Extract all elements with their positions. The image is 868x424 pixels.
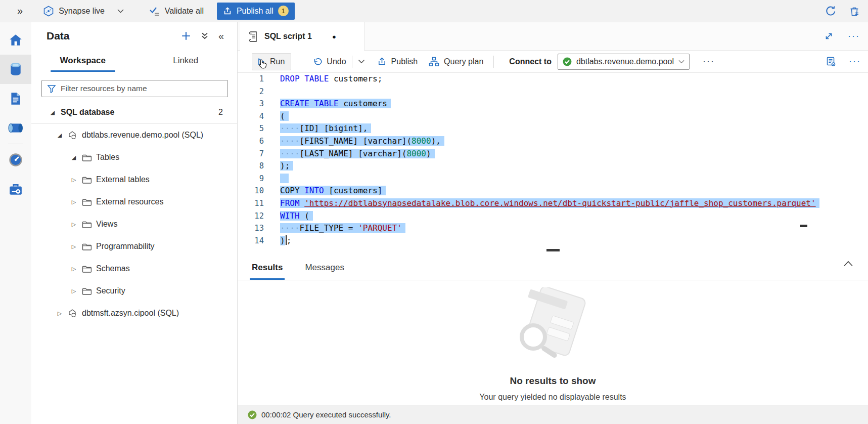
selection-highlight: ····FILE_TYPE = 'PARQUET' <box>280 223 405 233</box>
code-line-14[interactable]: 14); <box>238 235 868 247</box>
line-number: 9 <box>238 173 264 185</box>
tab-results[interactable]: Results <box>252 263 283 280</box>
publish-button[interactable]: Publish <box>377 57 418 66</box>
code-line-5[interactable]: 5····[ID] [bigint], <box>238 122 868 135</box>
code-line-6[interactable]: 6····[FIRST_NAME] [varchar](8000), <box>238 135 868 148</box>
empty-results-subtitle: Your query yielded no displayable result… <box>479 393 626 402</box>
tab-sql-script-1[interactable]: SQL script 1 ● <box>240 22 364 51</box>
validate-all-button[interactable]: Validate all <box>149 6 204 16</box>
nav-develop[interactable] <box>0 84 31 113</box>
code-line-11[interactable]: 11FROM 'https://dbtlabsynapsedatalake.bl… <box>238 197 868 210</box>
tree-item-views[interactable]: ▷Views <box>31 213 237 235</box>
database-icon <box>9 62 22 76</box>
tab-linked[interactable]: Linked <box>134 50 238 75</box>
nav-monitor[interactable] <box>0 145 31 175</box>
nav-manage[interactable] <box>0 175 31 204</box>
expand-editor-icon[interactable] <box>824 31 834 41</box>
tree-item-external-tables[interactable]: ▷External tables <box>31 168 237 191</box>
code-line-2[interactable]: 2 <box>238 86 868 98</box>
selection-highlight: COPY INTO [customers] <box>280 186 386 195</box>
collapse-results-chevron-icon[interactable] <box>843 260 854 267</box>
connected-check-icon <box>563 57 572 66</box>
discard-trash-icon[interactable] <box>849 6 860 17</box>
run-options-chevron-icon[interactable] <box>358 59 365 64</box>
line-number: 14 <box>238 235 264 247</box>
editor-tab-strip: SQL script 1 ● ··· <box>238 22 868 51</box>
tree-collapsed-icon[interactable]: ▷ <box>70 177 78 183</box>
tree-item-tables[interactable]: ◢Tables <box>31 146 237 168</box>
nav-integrate[interactable] <box>0 113 31 143</box>
tree-expanded-icon[interactable]: ◢ <box>56 132 64 139</box>
tree-collapsed-icon[interactable]: ▷ <box>70 288 78 294</box>
chevron-down-icon <box>678 60 684 64</box>
filter-box[interactable] <box>41 80 228 97</box>
run-button[interactable]: Run <box>252 53 291 70</box>
resource-tree: ◢SQL database2◢dbtlabs.revenue.demo.pool… <box>31 101 237 324</box>
code-line-3[interactable]: 3CREATE TABLE customers <box>238 98 868 110</box>
tab-more-actions-icon[interactable]: ··· <box>848 31 860 41</box>
selection-highlight: CREATE TABLE customers <box>280 99 391 108</box>
line-number: 8 <box>238 160 264 173</box>
tree-item-dbtmsft-azsyn-cipool-sql[interactable]: ▷dbtmsft.azsyn.cipool (SQL) <box>31 302 237 324</box>
nav-home[interactable] <box>0 25 31 55</box>
document-icon <box>10 92 22 106</box>
tree-collapsed-icon[interactable]: ▷ <box>70 199 78 205</box>
code-line-10[interactable]: 10COPY INTO [customers] <box>238 185 868 197</box>
add-resource-icon[interactable] <box>181 31 191 41</box>
tree-item-programmability[interactable]: ▷Programmability <box>31 235 237 258</box>
tree-item-sql-database[interactable]: ◢SQL database2 <box>31 101 237 123</box>
undo-button[interactable]: Undo <box>312 57 346 66</box>
status-message: 00:00:02 Query executed successfully. <box>261 410 391 419</box>
publish-all-button[interactable]: Publish all 1 <box>217 3 295 20</box>
expand-sidebar-icon[interactable]: » <box>17 5 23 17</box>
code-line-12[interactable]: 12WITH ( <box>238 210 868 223</box>
splitter-drag-handle[interactable] <box>546 249 560 251</box>
line-number: 10 <box>238 185 264 197</box>
tree-collapsed-icon[interactable]: ▷ <box>70 266 78 272</box>
tree-collapsed-icon[interactable]: ▷ <box>56 310 64 317</box>
tree-collapsed-icon[interactable]: ▷ <box>70 243 78 250</box>
line-number: 2 <box>238 86 264 98</box>
data-explorer-panel: Data « Workspace Linked ◢SQL database2◢d… <box>31 22 238 424</box>
selection-highlight: ) <box>280 236 285 245</box>
pool-selector-dropdown[interactable]: dbtlabs.revenue.demo.pool <box>558 54 690 70</box>
tree-item-schemas[interactable]: ▷Schemas <box>31 258 237 280</box>
code-line-7[interactable]: 7····[LAST_NAME] [varchar](8000) <box>238 148 868 160</box>
filter-input[interactable] <box>61 84 222 93</box>
folder-icon <box>82 198 92 206</box>
code-line-4[interactable]: 4( <box>238 110 868 123</box>
tree-collapsed-icon[interactable]: ▷ <box>70 221 78 228</box>
tree-item-external-resources[interactable]: ▷External resources <box>31 191 237 213</box>
view-settings-icon[interactable] <box>826 56 837 67</box>
collapse-panel-icon[interactable]: « <box>218 30 224 42</box>
line-text: ····[LAST_NAME] [varchar](8000) <box>280 149 435 158</box>
nav-data[interactable] <box>0 55 31 84</box>
code-line-13[interactable]: 13····FILE_TYPE = 'PARQUET' <box>238 222 868 235</box>
line-number: 13 <box>238 222 264 235</box>
code-line-8[interactable]: 8); <box>238 160 868 173</box>
tree-expanded-icon[interactable]: ◢ <box>49 109 57 116</box>
tree-item-security[interactable]: ▷Security <box>31 280 237 302</box>
mode-selector[interactable]: Synapse live <box>43 6 124 17</box>
actions-double-chevron-icon[interactable] <box>200 31 209 40</box>
tree-item-dbtlabs-revenue-demo-pool-sql[interactable]: ◢dbtlabs.revenue.demo.pool (SQL) <box>31 124 237 146</box>
editor-more-actions-icon[interactable]: ··· <box>849 56 861 67</box>
line-text: ); <box>280 236 291 245</box>
query-plan-button[interactable]: Query plan <box>429 57 483 67</box>
folder-icon <box>82 220 92 228</box>
mode-label: Synapse live <box>59 7 105 16</box>
tab-messages[interactable]: Messages <box>305 263 344 280</box>
folder-icon <box>82 176 92 184</box>
toolbar-more-icon[interactable]: ··· <box>703 56 715 67</box>
code-line-9[interactable]: 9 <box>238 173 868 185</box>
tree-expanded-icon[interactable]: ◢ <box>70 154 78 161</box>
code-line-1[interactable]: 1DROP TABLE customers; <box>238 73 868 86</box>
home-icon <box>9 33 23 47</box>
toolbar-divider <box>352 56 352 68</box>
code-editor[interactable]: 1DROP TABLE customers;23CREATE TABLE cus… <box>238 73 868 251</box>
toolbox-icon <box>9 183 23 196</box>
selection-highlight: ····[ID] [bigint], <box>280 123 371 133</box>
refresh-icon[interactable] <box>825 6 836 17</box>
filter-funnel-icon <box>47 84 56 93</box>
tab-workspace[interactable]: Workspace <box>31 50 134 75</box>
